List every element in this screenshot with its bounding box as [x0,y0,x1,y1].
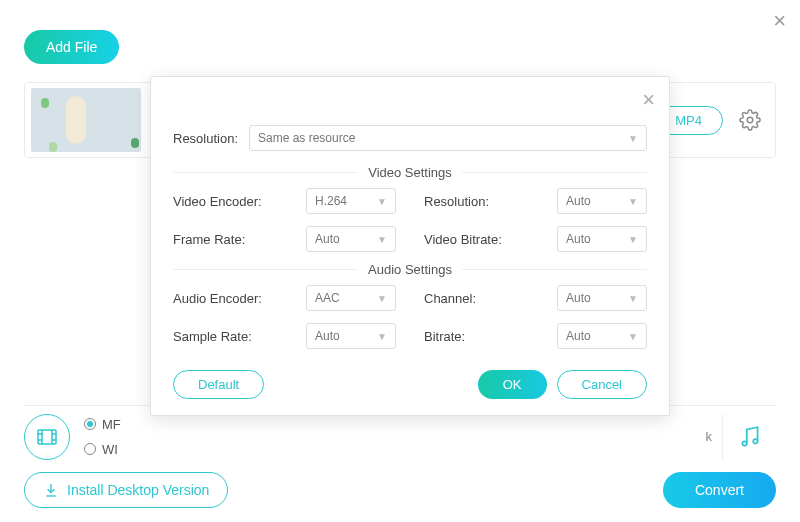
video-settings-title: Video Settings [358,165,462,180]
svg-point-9 [753,439,757,443]
svg-point-0 [747,117,753,123]
select-value: Same as resource [258,131,355,145]
window-close-icon[interactable]: × [773,8,786,34]
frame-rate-select[interactable]: Auto ▼ [306,226,396,252]
select-value: Auto [566,291,591,305]
video-thumbnail [31,88,141,152]
chevron-down-icon: ▼ [377,234,387,245]
svg-point-8 [742,441,746,445]
select-value: Auto [566,329,591,343]
install-label: Install Desktop Version [67,482,209,498]
settings-gear-icon[interactable] [739,109,761,131]
select-value: Auto [566,232,591,246]
chevron-down-icon: ▼ [628,331,638,342]
dialog-close-icon[interactable]: × [642,87,655,113]
radio-icon [84,418,96,430]
format-radio-mp[interactable]: MF [84,417,121,432]
chevron-down-icon: ▼ [377,196,387,207]
chevron-down-icon: ▼ [377,293,387,304]
video-resolution-select[interactable]: Auto ▼ [557,188,647,214]
select-value: Auto [566,194,591,208]
select-value: Auto [315,232,340,246]
download-icon [43,482,59,498]
radio-label: MF [102,417,121,432]
partial-text: k [706,429,713,444]
footer: Install Desktop Version Convert [24,472,776,508]
cancel-button[interactable]: Cancel [557,370,647,399]
chevron-down-icon: ▼ [628,293,638,304]
default-button[interactable]: Default [173,370,264,399]
video-encoder-select[interactable]: H.264 ▼ [306,188,396,214]
convert-button[interactable]: Convert [663,472,776,508]
video-bitrate-select[interactable]: Auto ▼ [557,226,647,252]
video-bitrate-label: Video Bitrate: [424,232,551,247]
audio-settings-title: Audio Settings [358,262,462,277]
format-radio-wi[interactable]: WI [84,442,121,457]
chevron-down-icon: ▼ [377,331,387,342]
svg-rect-1 [38,430,56,444]
audio-bitrate-select[interactable]: Auto ▼ [557,323,647,349]
sample-rate-label: Sample Rate: [173,329,300,344]
audio-encoder-select[interactable]: AAC ▼ [306,285,396,311]
chevron-down-icon: ▼ [628,196,638,207]
chevron-down-icon: ▼ [628,133,638,144]
filmstrip-icon [24,414,70,460]
select-value: AAC [315,291,340,305]
install-desktop-button[interactable]: Install Desktop Version [24,472,228,508]
sample-rate-select[interactable]: Auto ▼ [306,323,396,349]
channel-select[interactable]: Auto ▼ [557,285,647,311]
select-value: H.264 [315,194,347,208]
video-encoder-label: Video Encoder: [173,194,300,209]
frame-rate-label: Frame Rate: [173,232,300,247]
resolution-label: Resolution: [173,131,241,146]
radio-icon [84,443,96,455]
audio-encoder-label: Audio Encoder: [173,291,300,306]
select-value: Auto [315,329,340,343]
chevron-down-icon: ▼ [628,234,638,245]
video-resolution-label: Resolution: [424,194,551,209]
add-file-button[interactable]: Add File [24,30,119,64]
settings-dialog: × Resolution: Same as resource ▼ Video S… [150,76,670,416]
channel-label: Channel: [424,291,551,306]
format-radio-group: MF WI [84,417,121,457]
audio-mode-icon[interactable] [722,414,776,460]
audio-bitrate-label: Bitrate: [424,329,551,344]
radio-label: WI [102,442,118,457]
resolution-select[interactable]: Same as resource ▼ [249,125,647,151]
ok-button[interactable]: OK [478,370,547,399]
